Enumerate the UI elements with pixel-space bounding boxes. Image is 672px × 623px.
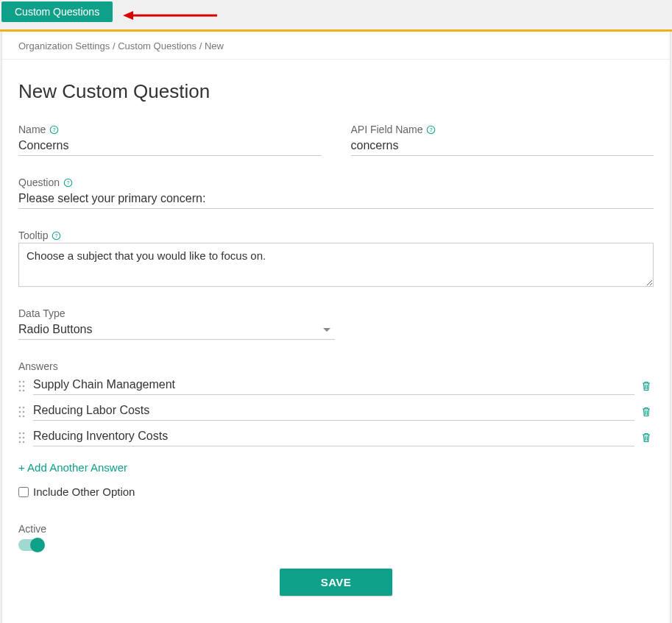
name-input[interactable] <box>18 137 322 156</box>
drag-handle-icon[interactable] <box>18 431 27 444</box>
help-circle-icon[interactable]: ? <box>51 230 61 241</box>
svg-point-16 <box>19 406 21 408</box>
svg-point-11 <box>23 380 25 382</box>
svg-point-13 <box>23 385 25 387</box>
data-type-value: Radio Buttons <box>18 323 93 336</box>
svg-text:?: ? <box>52 126 55 132</box>
help-circle-icon[interactable]: ? <box>426 124 436 135</box>
active-toggle[interactable] <box>18 539 43 551</box>
svg-point-19 <box>23 410 25 413</box>
breadcrumb-custom-questions[interactable]: Custom Questions <box>118 40 197 51</box>
answer-row <box>18 402 654 421</box>
trash-icon[interactable] <box>640 380 654 392</box>
pointer-arrow <box>121 9 224 24</box>
svg-point-20 <box>19 415 21 417</box>
include-other-label: Include Other Option <box>33 485 135 498</box>
svg-point-14 <box>19 389 21 391</box>
svg-point-21 <box>23 415 25 417</box>
breadcrumb: Organization Settings / Custom Questions… <box>2 32 670 60</box>
tooltip-label: Tooltip <box>18 229 48 241</box>
answer-input[interactable] <box>33 377 634 395</box>
svg-marker-1 <box>123 11 133 20</box>
tab-custom-questions[interactable]: Custom Questions <box>1 1 113 22</box>
include-other-checkbox[interactable] <box>18 487 29 497</box>
chevron-down-icon <box>323 328 330 332</box>
data-type-label: Data Type <box>18 307 66 319</box>
save-button[interactable]: SAVE <box>280 569 393 596</box>
svg-point-27 <box>23 441 25 443</box>
add-answer-link[interactable]: + Add Another Answer <box>18 461 127 474</box>
question-input[interactable] <box>18 190 654 209</box>
trash-icon[interactable] <box>640 406 654 418</box>
page-title: New Custom Question <box>18 80 654 103</box>
answer-row <box>18 428 654 446</box>
svg-text:?: ? <box>430 126 433 132</box>
answers-label: Answers <box>18 360 654 372</box>
svg-point-17 <box>23 406 25 408</box>
answer-row <box>18 377 654 395</box>
svg-point-25 <box>23 436 25 438</box>
data-type-select[interactable]: Radio Buttons <box>18 321 335 340</box>
svg-point-10 <box>19 380 21 382</box>
drag-handle-icon[interactable] <box>18 380 27 393</box>
tooltip-textarea[interactable] <box>18 243 654 287</box>
breadcrumb-org-settings[interactable]: Organization Settings <box>18 40 110 51</box>
toggle-knob <box>30 538 45 552</box>
api-field-label: API Field Name <box>351 124 423 135</box>
svg-point-18 <box>19 410 21 413</box>
breadcrumb-sep: / <box>199 40 205 51</box>
svg-point-23 <box>23 432 25 434</box>
api-field-input[interactable] <box>351 137 654 156</box>
help-circle-icon[interactable]: ? <box>49 124 59 135</box>
svg-text:?: ? <box>54 232 57 238</box>
svg-text:?: ? <box>66 179 69 185</box>
trash-icon[interactable] <box>640 432 654 444</box>
answer-input[interactable] <box>33 402 634 421</box>
name-label: Name <box>18 124 46 135</box>
drag-handle-icon[interactable] <box>18 405 27 419</box>
svg-point-24 <box>19 436 21 438</box>
svg-point-26 <box>19 441 21 443</box>
breadcrumb-current: New <box>205 40 224 51</box>
svg-point-12 <box>19 385 21 387</box>
answer-input[interactable] <box>33 428 634 446</box>
svg-point-22 <box>19 432 21 434</box>
active-label: Active <box>18 523 654 535</box>
question-label: Question <box>18 177 60 188</box>
help-circle-icon[interactable]: ? <box>63 177 73 188</box>
svg-point-15 <box>23 389 25 391</box>
